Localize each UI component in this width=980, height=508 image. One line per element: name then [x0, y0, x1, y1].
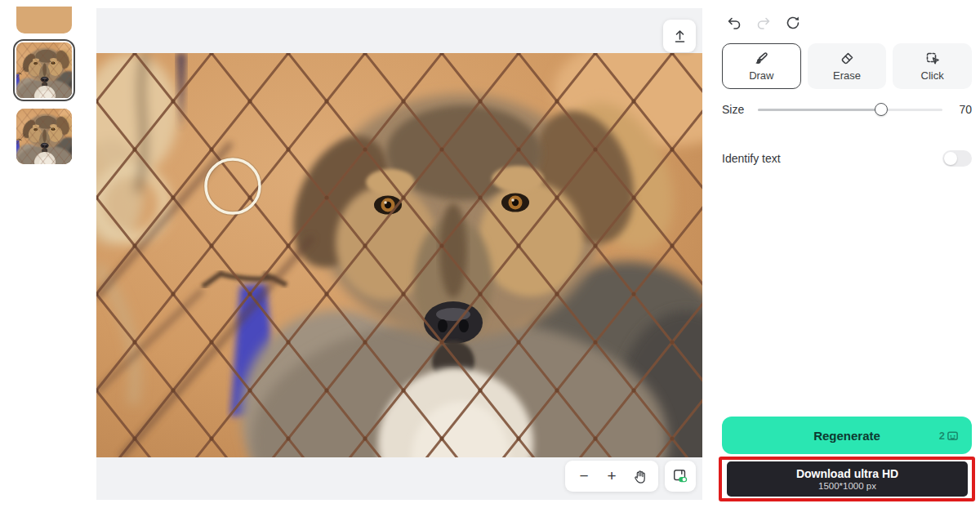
credit-icon: [947, 430, 959, 442]
redo-button[interactable]: [755, 15, 773, 33]
compare-toggle-icon: [672, 468, 688, 484]
thumbnail-sidebar: [0, 0, 90, 508]
toggle-knob: [944, 152, 957, 165]
thumbnail-2-selected[interactable]: [13, 39, 75, 101]
pan-button[interactable]: [627, 464, 652, 488]
tool-erase-label: Erase: [833, 69, 861, 82]
brush-icon: [753, 51, 769, 67]
dog-thumbnail-image: [16, 42, 72, 98]
identify-text-row: Identify text: [722, 150, 972, 167]
zoom-in-button[interactable]: +: [599, 464, 624, 488]
credits-count: 2: [939, 430, 945, 442]
size-slider[interactable]: [758, 101, 942, 118]
tool-click-label: Click: [921, 69, 944, 82]
download-ultra-hd-button[interactable]: Download ultra HD 1500*1000 px: [727, 461, 968, 497]
zoom-toolbar: − +: [565, 461, 658, 492]
tool-draw-label: Draw: [749, 69, 773, 82]
tool-mode-group: Draw Erase Click: [722, 43, 972, 89]
regenerate-button[interactable]: Regenerate 2: [722, 417, 972, 454]
slider-fill: [758, 109, 881, 111]
redo-icon: [755, 15, 772, 31]
slider-thumb[interactable]: [875, 103, 888, 116]
identify-text-label: Identify text: [722, 152, 781, 165]
dog-thumbnail-image: [16, 109, 72, 164]
zoom-out-button[interactable]: −: [572, 464, 596, 488]
dog-photo[interactable]: [96, 53, 702, 457]
thumbnail-1[interactable]: [16, 7, 72, 33]
size-value: 70: [954, 103, 972, 116]
regenerate-credits: 2: [939, 417, 959, 454]
compare-button[interactable]: [665, 461, 696, 492]
tool-panel: Draw Erase Click Size: [722, 0, 972, 508]
upload-icon: [672, 29, 688, 44]
brush-size-row: Size 70: [722, 101, 972, 118]
select-cursor-icon: [924, 51, 941, 67]
download-resolution: 1500*1000 px: [818, 481, 876, 491]
hand-icon: [632, 469, 648, 484]
tool-erase-button[interactable]: Erase: [808, 43, 887, 89]
editor-canvas[interactable]: − +: [96, 8, 702, 500]
tool-click-button[interactable]: Click: [893, 43, 972, 89]
regenerate-label: Regenerate: [813, 429, 880, 443]
reset-button[interactable]: [784, 15, 802, 33]
size-label: Size: [722, 103, 758, 116]
reset-icon: [785, 15, 801, 31]
download-highlight-box: Download ultra HD 1500*1000 px: [719, 457, 975, 501]
tool-draw-button[interactable]: Draw: [722, 43, 801, 89]
upload-button[interactable]: [663, 20, 696, 52]
download-title: Download ultra HD: [796, 467, 898, 480]
eraser-icon: [839, 51, 855, 67]
identify-text-toggle[interactable]: [942, 150, 972, 167]
undo-icon: [726, 15, 742, 31]
history-toolbar: [725, 15, 802, 33]
undo-button[interactable]: [725, 15, 743, 33]
app-root: − +: [0, 0, 980, 508]
thumbnail-3[interactable]: [16, 109, 72, 164]
